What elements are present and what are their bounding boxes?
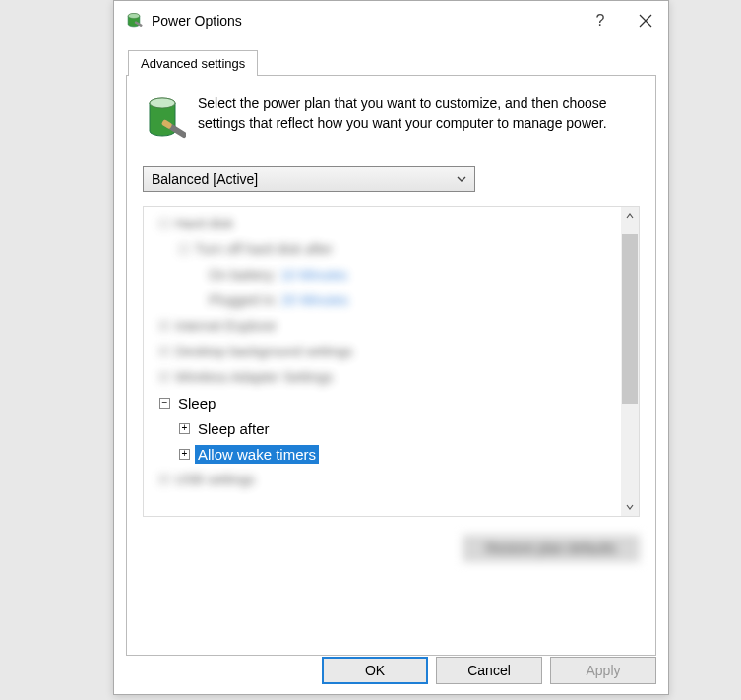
expander-icon: + — [159, 321, 169, 331]
tree-value-blurred: 10 Minutes — [280, 267, 347, 283]
settings-tree: - Hard disk - Turn off hard disk after O… — [143, 206, 640, 517]
power-plan-select[interactable]: Balanced [Active] — [143, 166, 475, 192]
expander-icon: - — [179, 244, 189, 254]
tree-label-blurred: Desktop background settings — [175, 344, 353, 359]
tree-label-blurred: Hard disk — [175, 216, 233, 231]
restore-plan-defaults-button[interactable]: Restore plan defaults — [463, 535, 640, 562]
expand-icon[interactable]: + — [179, 449, 190, 460]
svg-point-6 — [150, 98, 175, 108]
tree-row-blurred: + Desktop background settings — [150, 339, 619, 364]
help-button[interactable]: ? — [578, 1, 623, 40]
dialog-content: Advanced settings Select the power plan … — [114, 40, 668, 656]
tree-label-blurred: USB settings — [175, 472, 255, 487]
tree-label-blurred: On battery: — [209, 267, 277, 283]
tab-label: Advanced settings — [141, 56, 245, 71]
battery-icon — [124, 11, 144, 31]
chevron-up-icon — [626, 212, 634, 220]
cancel-button[interactable]: Cancel — [436, 657, 542, 684]
tree-label-blurred: Plugged in: — [209, 292, 278, 308]
expander-icon: + — [159, 475, 169, 484]
svg-point-1 — [128, 14, 140, 19]
dialog-button-row: OK Cancel Apply — [322, 657, 656, 684]
tab-container: Advanced settings Select the power plan … — [126, 50, 656, 656]
scrollbar[interactable] — [621, 207, 639, 516]
tree-label-blurred: Internet Explorer — [175, 318, 278, 334]
tree-row-sleep-after[interactable]: + Sleep after — [150, 415, 619, 441]
tree-label-blurred: Wireless Adapter Settings — [175, 369, 333, 385]
tree-row-blurred: Plugged in: 20 Minutes — [150, 287, 619, 313]
tree-label-blurred: Turn off hard disk after — [195, 241, 333, 257]
expand-icon[interactable]: + — [179, 423, 190, 434]
battery-large-icon — [143, 94, 186, 149]
tree-row-sleep[interactable]: − Sleep — [150, 390, 619, 415]
tree-label-sleep: Sleep — [175, 394, 218, 413]
titlebar: Power Options ? — [114, 1, 668, 40]
scroll-up-button[interactable] — [621, 207, 639, 224]
restore-label: Restore plan defaults — [486, 541, 616, 556]
collapse-icon[interactable]: − — [159, 398, 170, 409]
tree-row-blurred: + Wireless Adapter Settings — [150, 364, 619, 390]
tree-label-sleep-after: Sleep after — [195, 419, 273, 438]
chevron-down-icon — [457, 174, 466, 184]
apply-label: Apply — [586, 663, 620, 678]
expander-icon: + — [159, 372, 169, 382]
tree-row-blurred: - Hard disk — [150, 211, 619, 236]
tree-label-allow-wake-timers: Allow wake timers — [195, 445, 319, 464]
tree-row-blurred: On battery: 10 Minutes — [150, 262, 619, 287]
ok-button[interactable]: OK — [322, 657, 428, 684]
expander-icon: + — [159, 347, 169, 356]
tree-row-blurred: - Turn off hard disk after — [150, 236, 619, 262]
apply-button: Apply — [550, 657, 656, 684]
power-options-dialog: Power Options ? Advanced settings — [113, 0, 669, 695]
help-icon: ? — [596, 12, 605, 30]
close-icon — [639, 14, 652, 28]
tree-content: - Hard disk - Turn off hard disk after O… — [144, 207, 639, 516]
cancel-label: Cancel — [467, 663, 511, 678]
expander-icon: - — [159, 219, 169, 228]
ok-label: OK — [365, 663, 385, 678]
header-description: Select the power plan that you want to c… — [198, 94, 640, 134]
scroll-down-button[interactable] — [621, 498, 639, 516]
close-button[interactable] — [623, 1, 668, 40]
restore-row: Restore plan defaults — [143, 535, 640, 562]
tree-value-blurred: 20 Minutes — [281, 292, 348, 308]
scroll-thumb[interactable] — [622, 234, 638, 404]
tree-row-blurred: + Internet Explorer — [150, 313, 619, 339]
window-title: Power Options — [152, 13, 578, 29]
tab-advanced-settings[interactable]: Advanced settings — [128, 50, 258, 76]
header-row: Select the power plan that you want to c… — [143, 94, 640, 149]
tree-row-allow-wake-timers[interactable]: + Allow wake timers — [150, 441, 619, 467]
tab-panel: Select the power plan that you want to c… — [126, 75, 656, 656]
chevron-down-icon — [626, 503, 634, 511]
tree-row-blurred: + USB settings — [150, 467, 619, 492]
power-plan-selected: Balanced [Active] — [152, 171, 457, 187]
